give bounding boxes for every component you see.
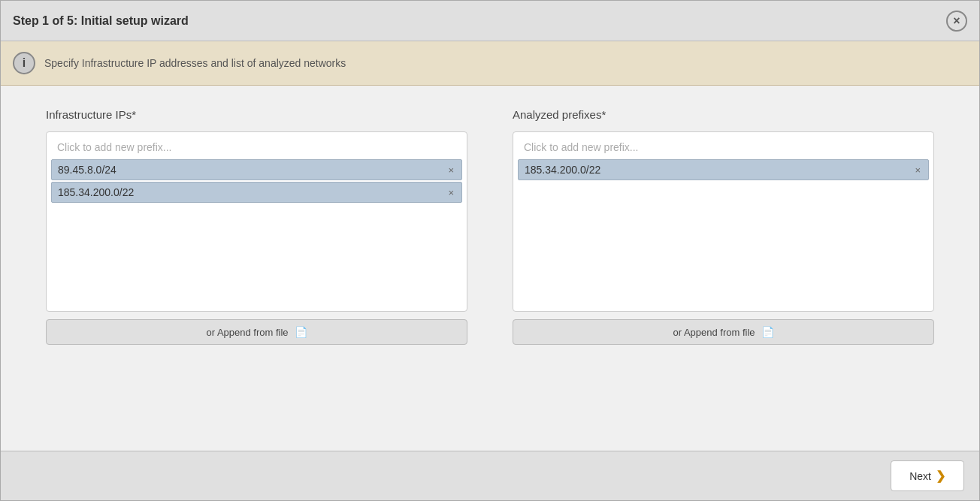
analyzed-add-prefix[interactable]: Click to add new prefix... [518, 137, 929, 158]
setup-wizard-dialog: Step 1 of 5: Initial setup wizard × i Sp… [0, 0, 980, 501]
dialog-footer: Next ❯ [1, 451, 979, 500]
infrastructure-ips-box: Click to add new prefix... 89.45.8.0/24 … [46, 131, 467, 312]
infra-prefix-item-0: 89.45.8.0/24 × [51, 159, 462, 180]
infra-prefix-value-1: 185.34.200.0/22 [58, 186, 134, 198]
file-icon-infra: 📄 [295, 326, 307, 338]
infrastructure-ips-label: Infrastructure IPs* [46, 108, 467, 121]
next-chevron-icon: ❯ [936, 469, 945, 483]
infrastructure-add-prefix[interactable]: Click to add new prefix... [51, 137, 462, 158]
title-bar: Step 1 of 5: Initial setup wizard × [1, 1, 979, 41]
infra-prefix-item-1: 185.34.200.0/22 × [51, 182, 462, 203]
next-label: Next [909, 470, 931, 482]
file-icon-analyzed: 📄 [761, 326, 774, 338]
analyzed-prefix-value-0: 185.34.200.0/22 [525, 164, 600, 176]
close-button[interactable]: × [946, 11, 967, 32]
info-icon: i [13, 52, 35, 74]
main-content: Infrastructure IPs* Click to add new pre… [1, 86, 979, 451]
infra-prefix-remove-1[interactable]: × [446, 188, 455, 198]
analyzed-prefix-item-0: 185.34.200.0/22 × [518, 159, 929, 180]
dialog-title: Step 1 of 5: Initial setup wizard [13, 14, 189, 28]
infrastructure-ips-section: Infrastructure IPs* Click to add new pre… [46, 108, 467, 428]
infra-prefix-value-0: 89.45.8.0/24 [58, 164, 116, 176]
info-bar: i Specify Infrastructure IP addresses an… [1, 41, 979, 86]
info-bar-text: Specify Infrastructure IP addresses and … [44, 57, 346, 69]
infra-prefix-remove-0[interactable]: × [446, 165, 455, 175]
analyzed-prefixes-section: Analyzed prefixes* Click to add new pref… [513, 108, 934, 428]
next-button[interactable]: Next ❯ [891, 460, 964, 491]
infrastructure-append-label: or Append from file [206, 327, 288, 338]
analyzed-prefixes-label: Analyzed prefixes* [513, 108, 934, 121]
infrastructure-append-button[interactable]: or Append from file 📄 [46, 319, 467, 345]
analyzed-append-label: or Append from file [673, 327, 755, 338]
analyzed-append-button[interactable]: or Append from file 📄 [513, 319, 934, 345]
analyzed-prefix-remove-0[interactable]: × [913, 165, 922, 175]
analyzed-prefixes-box: Click to add new prefix... 185.34.200.0/… [513, 131, 934, 312]
